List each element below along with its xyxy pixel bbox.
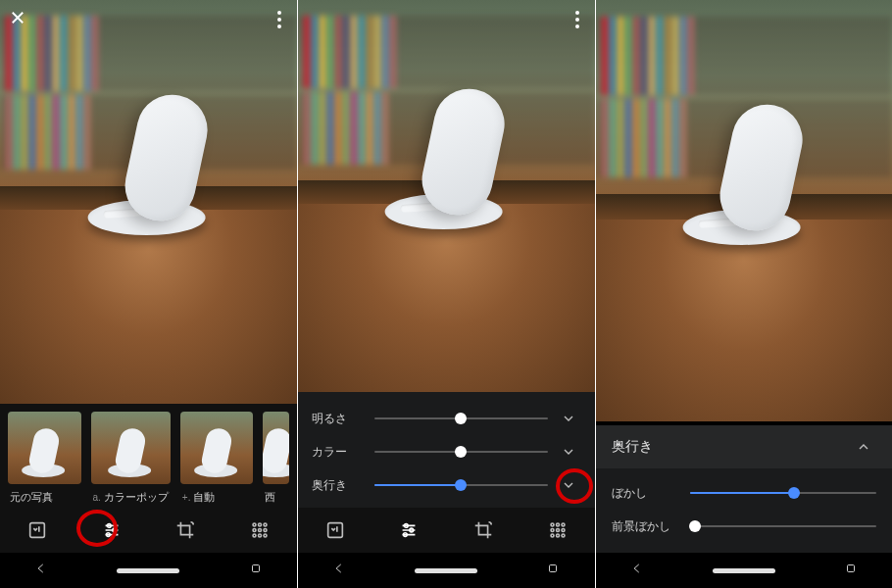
adjust-icon[interactable] bbox=[392, 514, 425, 547]
nav-back-icon[interactable] bbox=[332, 562, 346, 579]
filter-item-colorpop[interactable]: a.カラーポップ bbox=[91, 412, 171, 508]
svg-rect-13 bbox=[252, 565, 259, 572]
slider-row-depth: 奥行き bbox=[312, 468, 581, 502]
photo-preview[interactable] bbox=[0, 0, 297, 404]
svg-point-12 bbox=[264, 534, 267, 537]
svg-rect-0 bbox=[30, 523, 45, 538]
svg-rect-28 bbox=[847, 565, 854, 572]
svg-point-6 bbox=[264, 523, 267, 526]
tool-row bbox=[0, 508, 297, 553]
enhance-icon[interactable] bbox=[319, 514, 352, 547]
foreground-blur-slider[interactable] bbox=[690, 516, 877, 536]
overflow-menu-icon[interactable] bbox=[266, 6, 293, 33]
svg-point-26 bbox=[562, 534, 565, 537]
svg-rect-14 bbox=[327, 523, 342, 538]
enhance-icon[interactable] bbox=[21, 514, 54, 547]
svg-point-24 bbox=[551, 534, 554, 537]
slider-label: 奥行き bbox=[312, 477, 367, 494]
svg-point-4 bbox=[253, 523, 256, 526]
svg-point-10 bbox=[253, 534, 256, 537]
nav-recent-icon[interactable] bbox=[249, 562, 263, 579]
filter-label: 西 bbox=[265, 491, 275, 503]
svg-point-19 bbox=[556, 523, 559, 526]
chevron-down-icon[interactable] bbox=[556, 444, 581, 460]
depth-slider[interactable] bbox=[374, 475, 548, 495]
filter-label: 元の写真 bbox=[10, 491, 53, 503]
nav-recent-icon[interactable] bbox=[844, 562, 858, 579]
apps-icon[interactable] bbox=[243, 514, 276, 547]
crop-icon[interactable] bbox=[169, 514, 202, 547]
android-nav-bar bbox=[298, 553, 595, 588]
android-nav-bar bbox=[596, 553, 893, 588]
crop-icon[interactable] bbox=[467, 514, 500, 547]
close-icon[interactable] bbox=[4, 6, 31, 33]
slider-label: ぼかし bbox=[612, 485, 682, 502]
nav-home-pill[interactable] bbox=[117, 568, 179, 573]
nav-back-icon[interactable] bbox=[34, 562, 48, 579]
nav-home-pill[interactable] bbox=[713, 568, 775, 573]
chevron-up-icon[interactable] bbox=[851, 439, 876, 455]
slider-row-foreground-blur: 前景ぼかし bbox=[612, 510, 877, 543]
svg-point-18 bbox=[551, 523, 554, 526]
filter-label: カラーポップ bbox=[104, 491, 169, 503]
svg-point-9 bbox=[264, 529, 267, 532]
depth-panel-header[interactable]: 奥行き bbox=[596, 425, 893, 468]
slider-label: 前景ぼかし bbox=[612, 518, 682, 535]
chevron-down-icon[interactable] bbox=[556, 477, 581, 493]
svg-point-22 bbox=[556, 529, 559, 532]
filter-label: 自動 bbox=[193, 491, 215, 503]
blur-slider[interactable] bbox=[690, 483, 877, 503]
svg-point-5 bbox=[259, 523, 262, 526]
apps-icon[interactable] bbox=[541, 514, 574, 547]
svg-point-7 bbox=[253, 529, 256, 532]
chevron-down-icon[interactable] bbox=[556, 411, 581, 426]
svg-point-11 bbox=[259, 534, 262, 537]
svg-rect-27 bbox=[550, 565, 557, 572]
adjust-sliders-panel: 明るさ カラー 奥行き bbox=[298, 392, 595, 508]
nav-back-icon[interactable] bbox=[630, 562, 644, 579]
overflow-menu-icon[interactable] bbox=[564, 6, 591, 33]
svg-point-8 bbox=[259, 529, 262, 532]
android-nav-bar bbox=[0, 553, 297, 588]
slider-label: カラー bbox=[312, 444, 367, 461]
slider-row-blur: ぼかし bbox=[612, 476, 877, 510]
brightness-slider[interactable] bbox=[374, 409, 548, 428]
svg-point-21 bbox=[551, 529, 554, 532]
svg-point-23 bbox=[562, 529, 565, 532]
slider-label: 明るさ bbox=[312, 411, 367, 427]
filter-item-auto[interactable]: +.自動 bbox=[180, 412, 254, 508]
filter-item-more[interactable]: 西 bbox=[263, 412, 289, 508]
color-slider[interactable] bbox=[374, 442, 548, 462]
svg-point-25 bbox=[556, 534, 559, 537]
depth-panel-title: 奥行き bbox=[612, 438, 653, 456]
photo-preview[interactable] bbox=[596, 0, 893, 421]
depth-panel-body: ぼかし 前景ぼかし bbox=[596, 468, 893, 553]
svg-point-20 bbox=[562, 523, 565, 526]
adjust-icon[interactable] bbox=[95, 514, 128, 547]
nav-recent-icon[interactable] bbox=[546, 562, 560, 579]
nav-home-pill[interactable] bbox=[415, 568, 477, 573]
filter-strip[interactable]: 元の写真 a.カラーポップ +.自動 西 bbox=[0, 404, 297, 508]
photo-preview[interactable] bbox=[298, 0, 595, 392]
slider-row-color: カラー bbox=[312, 435, 581, 468]
tool-row bbox=[298, 508, 595, 553]
slider-row-brightness: 明るさ bbox=[312, 402, 581, 435]
filter-item-original[interactable]: 元の写真 bbox=[8, 412, 81, 508]
